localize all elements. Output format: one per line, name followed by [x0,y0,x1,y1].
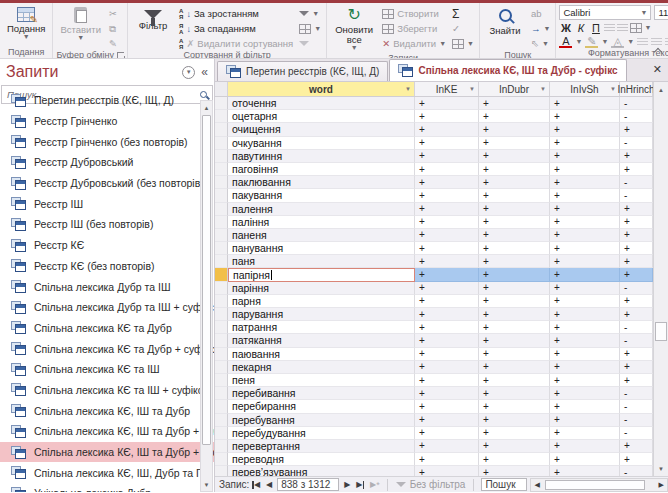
column-header-word[interactable]: word▼ [228,82,415,96]
table-vertical-scrollbar[interactable]: ▲ ▼ [653,82,668,476]
value-cell[interactable]: + [550,361,620,374]
word-cell[interactable]: патякання [228,334,415,347]
column-header-indubr[interactable]: InDubr▼ [479,82,550,96]
sidebar-item-query[interactable]: Спільна лексика КЄ та Дубр [0,318,214,339]
value-cell[interactable]: + [479,400,550,413]
value-cell[interactable]: + [550,440,620,453]
more-records-button[interactable]: ▼ [450,37,476,50]
value-cell[interactable]: - [620,110,653,123]
row-selector[interactable] [215,137,228,150]
value-cell[interactable]: + [550,295,620,308]
value-cell[interactable]: + [550,163,620,176]
value-cell[interactable]: + [415,203,479,216]
value-cell[interactable]: + [479,453,550,466]
word-cell[interactable]: панування [228,242,415,255]
value-cell[interactable]: - [620,97,653,110]
value-cell[interactable]: + [479,189,550,202]
value-cell[interactable]: - [620,189,653,202]
spelling-button[interactable]: ✓ [450,22,476,35]
row-selector[interactable] [215,282,228,295]
word-cell[interactable]: паня [228,255,415,268]
row-selector[interactable] [215,255,228,268]
column-header-inhrinch[interactable]: InHrinch [620,82,653,96]
shutter-bar-icon[interactable]: « [201,65,208,79]
value-cell[interactable]: + [550,229,620,242]
close-icon[interactable]: ✕ [653,63,662,76]
decrease-indent-icon[interactable] [604,24,615,33]
row-selector[interactable] [215,123,228,136]
fill-color-button[interactable]: ◬ [611,36,624,48]
word-cell[interactable]: папірня [228,268,415,281]
value-cell[interactable]: + [479,427,550,440]
row-selector[interactable] [215,414,228,427]
value-cell[interactable]: + [415,374,479,387]
value-cell[interactable]: + [479,440,550,453]
value-cell[interactable]: + [550,374,620,387]
value-cell[interactable]: + [550,216,620,229]
value-cell[interactable]: + [415,387,479,400]
bold-button[interactable]: Ж [559,22,572,34]
filter-status-button[interactable]: Без фільтра [392,479,470,490]
value-cell[interactable]: + [620,203,653,216]
value-cell[interactable]: + [620,268,653,281]
value-cell[interactable]: + [550,176,620,189]
value-cell[interactable]: + [415,295,479,308]
value-cell[interactable]: + [415,150,479,163]
word-cell[interactable]: переводня [228,453,415,466]
word-cell[interactable]: патрання [228,321,415,334]
sort-ascending-button[interactable]: АЯ↓ За зростанням [177,7,295,20]
value-cell[interactable]: + [550,150,620,163]
value-cell[interactable]: + [415,137,479,150]
row-selector[interactable] [215,176,228,189]
column-dropdown-icon[interactable]: ▼ [469,86,475,92]
first-record-button[interactable]: ◀ [249,480,263,489]
sidebar-item-query[interactable]: Реєстр КЄ (без повторів) [0,256,214,277]
sidebar-item-query[interactable]: Реєстр Грінченко [0,111,214,132]
value-cell[interactable]: + [479,216,550,229]
value-cell[interactable]: + [620,374,653,387]
sidebar-item-query[interactable]: Спільна лексика КЄ та ІШ [0,359,214,380]
value-cell[interactable]: + [415,334,479,347]
value-cell[interactable]: + [479,255,550,268]
word-cell[interactable]: пакування [228,189,415,202]
value-cell[interactable]: - [620,466,653,476]
scroll-right-icon[interactable]: ▶ [656,481,667,489]
increase-indent-icon[interactable] [617,24,628,33]
value-cell[interactable]: + [479,123,550,136]
value-cell[interactable]: - [620,427,653,440]
value-cell[interactable]: + [620,229,653,242]
word-cell[interactable]: паклювання [228,176,415,189]
new-blank-record-button[interactable]: ▶* [367,480,383,490]
value-cell[interactable]: + [550,242,620,255]
value-cell[interactable]: + [620,150,653,163]
scroll-down-icon[interactable]: ▼ [654,461,668,476]
sidebar-item-query[interactable]: Спільна лексика КЄ, ІШ, Дубр та Гр [0,462,214,483]
word-cell[interactable]: перебування [228,414,415,427]
word-cell[interactable]: парування [228,308,415,321]
value-cell[interactable]: + [479,321,550,334]
sidebar-item-query[interactable]: Перетин реєстрів (КЄ, ІЩ, Д) [0,90,214,111]
row-selector[interactable] [215,374,228,387]
value-cell[interactable]: + [479,242,550,255]
value-cell[interactable]: - [620,137,653,150]
value-cell[interactable]: + [415,308,479,321]
word-cell[interactable]: перев’язування [228,466,415,476]
value-cell[interactable]: + [415,110,479,123]
highlight-color-button[interactable]: ✎ [585,36,598,48]
value-cell[interactable]: + [620,361,653,374]
row-selector[interactable] [215,189,228,202]
value-cell[interactable]: - [620,282,653,295]
sidebar-item-query[interactable]: Спільна лексика Дубр та ІШ [0,276,214,297]
value-cell[interactable]: + [620,163,653,176]
last-record-button[interactable]: ▶ [353,480,367,489]
value-cell[interactable]: + [479,176,550,189]
refresh-all-button[interactable]: ↻ Оновити все ▼ [330,5,378,53]
value-cell[interactable]: + [479,110,550,123]
word-cell[interactable]: паненя [228,229,415,242]
sidebar-item-query[interactable]: Спільна лексика КЄ, ІШ та Дубр + суфікс [0,442,214,463]
value-cell[interactable]: + [550,255,620,268]
value-cell[interactable]: + [415,414,479,427]
value-cell[interactable]: - [620,176,653,189]
value-cell[interactable]: + [550,400,620,413]
row-selector[interactable] [215,440,228,453]
